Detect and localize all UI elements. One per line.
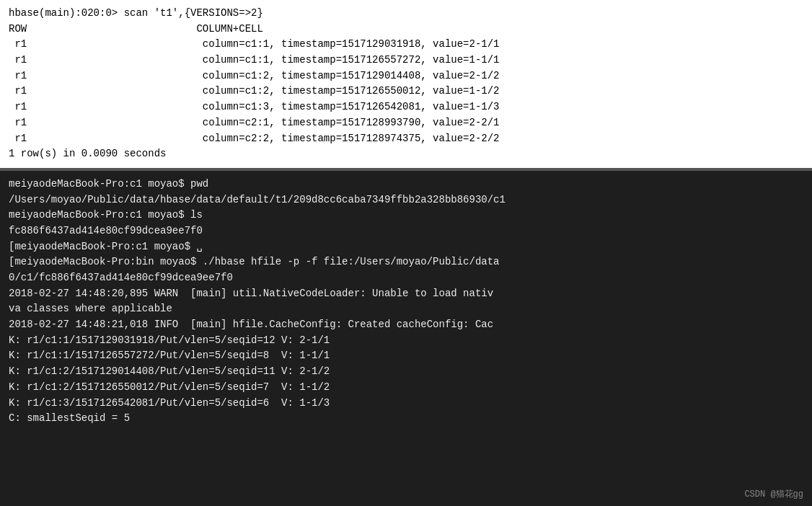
bottom-line-2: meiyaodeMacBook-Pro:c1 moyao$ ls	[9, 208, 803, 223]
top-line-1: ROW COLUMN+CELL	[9, 22, 803, 37]
bottom-line-8: va classes where applicable	[9, 301, 803, 317]
top-line-7: r1 column=c2:1, timestamp=1517128993790,…	[9, 115, 803, 131]
bottom-line-0: meiyaodeMacBook-Pro:c1 moyao$ pwd	[9, 177, 803, 192]
bottom-panel: meiyaodeMacBook-Pro:c1 moyao$ pwd /Users…	[0, 171, 812, 506]
top-line-6: r1 column=c1:3, timestamp=1517126542081,…	[9, 99, 803, 115]
top-panel: hbase(main):020:0> scan 't1',{VERSIONS=>…	[0, 0, 812, 169]
top-line-3: r1 column=c1:1, timestamp=1517126557272,…	[9, 53, 803, 68]
bottom-line-12: K: r1/c1:2/1517129014408/Put/vlen=5/seqi…	[9, 364, 803, 380]
bottom-line-11: K: r1/c1:1/1517126557272/Put/vlen=5/seqi…	[9, 348, 803, 364]
watermark-label: CSDN @猫花gg	[744, 488, 803, 500]
bottom-line-13: K: r1/c1:2/1517126550012/Put/vlen=5/seqi…	[9, 380, 803, 396]
bottom-line-1: /Users/moyao/Public/data/hbase/data/defa…	[9, 192, 803, 208]
top-line-4: r1 column=c1:2, timestamp=1517129014408,…	[9, 68, 803, 84]
top-line-2: r1 column=c1:1, timestamp=1517129031918,…	[9, 37, 803, 53]
top-line-0: hbase(main):020:0> scan 't1',{VERSIONS=>…	[9, 6, 803, 22]
top-line-9: 1 row(s) in 0.0090 seconds	[9, 146, 803, 162]
bottom-line-7: 2018-02-27 14:48:20,895 WARN [main] util…	[9, 286, 803, 302]
bottom-line-14: K: r1/c1:3/1517126542081/Put/vlen=5/seqi…	[9, 396, 803, 412]
bottom-line-10: K: r1/c1:1/1517129031918/Put/vlen=5/seqi…	[9, 333, 803, 349]
bottom-line-4: [meiyaodeMacBook-Pro:c1 moyao$ ␣	[9, 239, 803, 255]
top-line-5: r1 column=c1:2, timestamp=1517126550012,…	[9, 84, 803, 99]
bottom-line-6: 0/c1/fc886f6437ad414e80cf99dcea9ee7f0	[9, 270, 803, 286]
bottom-line-5: [meiyaodeMacBook-Pro:bin moyao$ ./hbase …	[9, 254, 803, 270]
terminal-container: hbase(main):020:0> scan 't1',{VERSIONS=>…	[0, 0, 812, 506]
bottom-line-15: C: smallestSeqid = 5	[9, 411, 803, 427]
bottom-line-9: 2018-02-27 14:48:21,018 INFO [main] hfil…	[9, 317, 803, 333]
top-line-8: r1 column=c2:2, timestamp=1517128974375,…	[9, 131, 803, 147]
bottom-line-3: fc886f6437ad414e80cf99dcea9ee7f0	[9, 223, 803, 239]
